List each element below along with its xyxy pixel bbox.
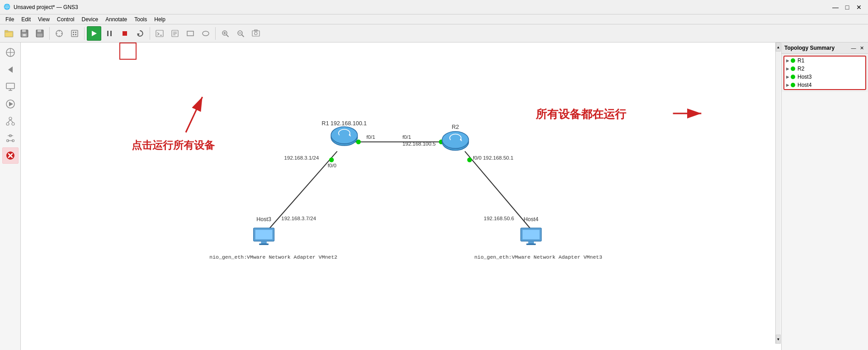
minimize-button[interactable]: — [830, 2, 841, 13]
topology-item-r2[interactable]: ▶ R2 [784, 65, 865, 73]
right-panel: Topology Summary — ✕ ▶ R1 ▶ R2 ▶ [781, 43, 868, 350]
svg-text:Host4: Host4 [524, 216, 538, 222]
device-list-container: ▶ R1 ▶ R2 ▶ Host3 ▶ Host4 [783, 56, 866, 90]
open-folder-button[interactable] [2, 26, 16, 41]
svg-line-57 [8, 120, 10, 123]
main-layout: R1 192.168.100.1 R2 Host3 Host4 f0/1 f0/… [0, 43, 868, 350]
add-rect-button[interactable] [183, 26, 198, 41]
menu-device[interactable]: Device [78, 15, 102, 24]
svg-text:R2: R2 [452, 124, 459, 130]
manage-appliances-button[interactable] [67, 26, 82, 41]
add-ellipse-button[interactable] [198, 26, 213, 41]
svg-line-40 [242, 35, 244, 37]
svg-rect-25 [156, 30, 163, 37]
chevron-host3: ▶ [786, 75, 789, 79]
svg-text:192.168.100.5: 192.168.100.5 [402, 141, 436, 147]
status-dot-r1 [791, 58, 795, 63]
svg-marker-20 [92, 31, 97, 36]
topology-close-button[interactable]: ✕ [858, 44, 865, 52]
device-label-r1: R1 [797, 57, 804, 64]
svg-marker-48 [8, 66, 13, 73]
add-note-button[interactable] [168, 26, 182, 41]
status-dot-r2 [791, 66, 795, 71]
cluster-button[interactable] [2, 113, 19, 129]
menu-edit[interactable]: Edit [18, 15, 34, 24]
svg-rect-87 [526, 244, 536, 245]
svg-rect-23 [123, 31, 127, 36]
status-dot-host3 [791, 75, 795, 79]
scroll-down-button[interactable]: ▼ [776, 335, 781, 344]
svg-text:f0/0  192.168.50.1: f0/0 192.168.50.1 [473, 155, 514, 161]
svg-rect-22 [110, 31, 112, 36]
reload-all-button[interactable] [133, 26, 147, 41]
menu-annotate[interactable]: Annotate [102, 15, 131, 24]
back-button[interactable] [2, 61, 19, 78]
error-button[interactable] [2, 147, 19, 164]
device-label-r2: R2 [797, 66, 804, 72]
svg-rect-6 [23, 34, 26, 36]
topology-item-r1[interactable]: ▶ R1 [784, 57, 865, 65]
topology-panel-header: Topology Summary — ✕ [782, 43, 868, 54]
close-button[interactable]: ✕ [854, 2, 864, 13]
topology-minimize-button[interactable]: — [850, 44, 857, 52]
svg-text:f0/1: f0/1 [402, 134, 411, 140]
zoom-out-button[interactable] [233, 26, 248, 41]
console-button[interactable] [152, 26, 167, 41]
window-title: Unsaved project* — GNS3 [14, 4, 78, 10]
svg-rect-19 [75, 34, 76, 35]
stop-all-button[interactable] [118, 26, 132, 41]
menu-tools[interactable]: Tools [131, 15, 151, 24]
device-label-host3: Host3 [797, 74, 811, 80]
toolbar [0, 24, 868, 43]
menu-bar: File Edit View Control Device Annotate T… [0, 14, 868, 24]
svg-text:nio_gen_eth:VMware Network Ada: nio_gen_eth:VMware Network Adapter VMnet… [209, 254, 337, 260]
canvas-area[interactable]: R1 192.168.100.1 R2 Host3 Host4 f0/1 f0/… [21, 43, 781, 350]
suspend-all-button[interactable] [102, 26, 117, 41]
svg-rect-1 [5, 30, 8, 32]
svg-text:所有设备都在运行: 所有设备都在运行 [535, 108, 627, 120]
zoom-in-button[interactable] [218, 26, 232, 41]
window-controls: — □ ✕ [830, 2, 864, 13]
preferences-button[interactable] [52, 26, 66, 41]
svg-text:nio_gen_eth:VMware Network Ada: nio_gen_eth:VMware Network Adapter VMnet… [474, 254, 602, 260]
svg-rect-42 [252, 31, 259, 36]
svg-rect-85 [523, 230, 540, 239]
scroll-up-button[interactable]: ▲ [776, 43, 781, 52]
svg-line-58 [10, 120, 13, 123]
settings-button[interactable] [2, 130, 19, 147]
svg-rect-17 [75, 32, 76, 33]
svg-point-54 [9, 117, 12, 120]
topology-item-host4[interactable]: ▶ Host4 [784, 81, 865, 89]
save-button[interactable] [17, 26, 32, 41]
svg-rect-2 [5, 33, 12, 36]
chevron-host4: ▶ [786, 83, 789, 87]
vertical-scrollbar[interactable]: ▲ ▼ [775, 43, 781, 344]
topology-item-host3[interactable]: ▶ Host3 [784, 73, 865, 81]
menu-file[interactable]: File [2, 15, 18, 24]
sidebar-play-button[interactable] [2, 96, 19, 112]
screenshot-button[interactable] [249, 26, 263, 41]
svg-line-36 [226, 35, 228, 37]
svg-text:f0/0: f0/0 [328, 163, 336, 168]
network-diagram: R1 192.168.100.1 R2 Host3 Host4 f0/1 f0/… [21, 43, 781, 350]
start-all-button[interactable] [87, 26, 101, 41]
menu-help[interactable]: Help [151, 15, 169, 24]
svg-rect-83 [259, 244, 269, 245]
separator-1 [49, 27, 50, 40]
maximize-button[interactable]: □ [842, 2, 853, 13]
svg-rect-4 [22, 30, 26, 32]
svg-point-43 [255, 32, 257, 35]
svg-rect-81 [255, 230, 273, 239]
monitor-button[interactable] [2, 79, 19, 95]
menu-control[interactable]: Control [53, 15, 78, 24]
move-select-button[interactable] [2, 44, 19, 61]
svg-point-55 [6, 123, 9, 125]
separator-4 [215, 27, 216, 40]
separator-3 [150, 27, 150, 40]
save-as-button[interactable] [33, 26, 47, 41]
svg-text:Host3: Host3 [256, 216, 271, 222]
svg-rect-49 [6, 83, 14, 89]
menu-view[interactable]: View [34, 15, 53, 24]
separator-2 [84, 27, 85, 40]
svg-point-34 [203, 31, 209, 36]
